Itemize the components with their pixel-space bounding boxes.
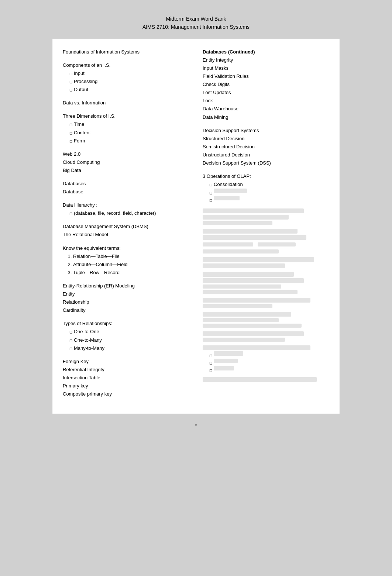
blurred-section-8 (203, 345, 329, 373)
components-title: Components of an I.S. (63, 61, 189, 69)
list-item: Relation—Table—File (73, 252, 189, 261)
list-item: Processing (69, 77, 189, 86)
blurred-text (214, 196, 240, 200)
list-item: Output (69, 86, 189, 94)
list-item: Input (69, 69, 189, 77)
list-item (209, 359, 329, 366)
olap-list: Consolidation (203, 180, 329, 203)
section-er: Entity-Relationship (ER) Modeling Entity… (63, 282, 189, 314)
blurred-section-6 (203, 312, 329, 328)
list-item (209, 366, 329, 373)
section-databases: Databases Database (63, 180, 189, 196)
section-foundations: Foundations of Information Systems (63, 48, 189, 56)
section-keys: Foreign Key Referential Integrity Inters… (63, 358, 189, 398)
section-data-vs-info: Data vs. Information (63, 99, 189, 107)
three-dim-list: Time Content Form (63, 120, 189, 145)
section-data-hier: Data Hierarchy : (database, file, record… (63, 201, 189, 217)
blurred-section-5 (203, 298, 329, 308)
list-item: (database, file, record, field, characte… (69, 209, 189, 217)
blurred-section-7 (203, 331, 329, 342)
blurred-section-1 (203, 208, 329, 225)
list-item: Many-to-Many (69, 344, 189, 352)
blurred-section-3 (203, 257, 329, 268)
left-column: Foundations of Information Systems Compo… (63, 48, 195, 403)
blurred-list (203, 351, 329, 373)
list-item: Consolidation (209, 180, 329, 189)
foundations-title: Foundations of Information Systems (63, 48, 189, 56)
section-three-dim: Three Dimensions of I.S. Time Content Fo… (63, 112, 189, 145)
section-dbms: Database Management System (DBMS) The Re… (63, 223, 189, 239)
section-equivalent: Know the equivalent terms: Relation—Tabl… (63, 244, 189, 277)
page-title: Midterm Exam Word Bank AIMS 2710: Manage… (142, 15, 250, 31)
section-db-continued: Databases (Continued) Entity Integrity I… (203, 48, 329, 121)
components-list: Input Processing Output (63, 69, 189, 94)
list-item: Attribute—Column—Field (73, 261, 189, 269)
blurred-section-2 (203, 229, 329, 253)
relationships-list: One-to-One One-to-Many Many-to-Many (63, 328, 189, 352)
three-dim-title: Three Dimensions of I.S. (63, 112, 189, 120)
list-item (209, 189, 329, 196)
main-card: Foundations of Information Systems Compo… (52, 39, 340, 414)
data-vs-info-title: Data vs. Information (63, 99, 189, 107)
blurred-text (214, 189, 247, 193)
list-item: Time (69, 120, 189, 128)
section-olap: 3 Operations of OLAP: Consolidation (203, 172, 329, 203)
list-item (209, 196, 329, 203)
blurred-section-4 (203, 272, 329, 294)
list-item: One-to-Many (69, 336, 189, 344)
section-web2: Web 2.0 Cloud Computing Big Data (63, 150, 189, 175)
section-dss: Decision Support Systems Structured Deci… (203, 127, 329, 167)
list-item (209, 351, 329, 359)
section-components: Components of an I.S. Input Processing O… (63, 61, 189, 94)
blurred-section-9 (203, 377, 329, 382)
equivalent-list: Relation—Table—File Attribute—Column—Fie… (63, 252, 189, 277)
footer-dot: • (195, 421, 197, 429)
list-item: Tuple—Row—Record (73, 269, 189, 277)
list-item: Form (69, 137, 189, 145)
list-item: One-to-One (69, 328, 189, 336)
list-item: Content (69, 129, 189, 137)
data-hier-list: (database, file, record, field, characte… (63, 209, 189, 217)
section-relationships: Types of Relationships: One-to-One One-t… (63, 320, 189, 352)
right-column: Databases (Continued) Entity Integrity I… (195, 48, 329, 403)
